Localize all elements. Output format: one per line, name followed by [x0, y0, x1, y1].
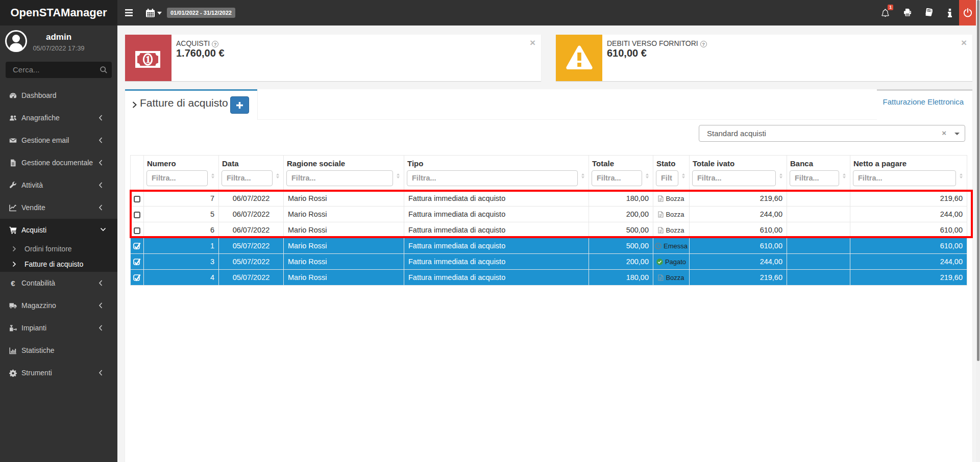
svg-text:1: 1	[146, 55, 151, 65]
